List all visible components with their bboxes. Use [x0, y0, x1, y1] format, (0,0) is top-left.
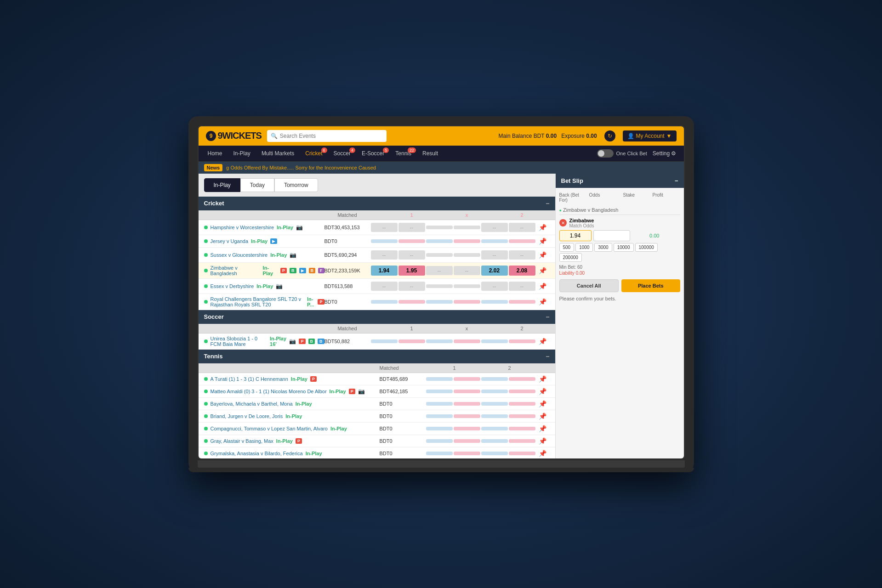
- search-input[interactable]: [267, 130, 387, 142]
- match-link[interactable]: Grymalska, Anastasia v Bilardo, Federica…: [204, 451, 380, 456]
- back2[interactable]: [481, 377, 508, 381]
- layx[interactable]: --: [454, 266, 480, 275]
- quick-stake-3000[interactable]: 3000: [594, 243, 612, 252]
- match-link[interactable]: Bayerlova, Michaela v Barthel, Mona In-P…: [204, 401, 380, 407]
- back1[interactable]: [426, 414, 453, 418]
- back1[interactable]: [426, 377, 453, 381]
- lay2[interactable]: [509, 427, 535, 430]
- back1[interactable]: --: [371, 282, 398, 291]
- back2[interactable]: [481, 414, 508, 418]
- lay2[interactable]: 2.08: [509, 266, 535, 276]
- lay1[interactable]: [454, 452, 480, 455]
- pin-icon[interactable]: 📌: [536, 450, 550, 457]
- nav-home[interactable]: Home: [202, 146, 228, 161]
- bet-odds-input[interactable]: [559, 230, 592, 241]
- nav-soccer[interactable]: Soccer 4: [328, 146, 356, 161]
- lay1[interactable]: --: [398, 250, 425, 260]
- match-link[interactable]: A Turati (1) 1 - 3 (1) C Hennemann In-Pl…: [204, 376, 380, 382]
- minimize-icon[interactable]: −: [675, 177, 678, 184]
- nav-inplay[interactable]: In-Play: [228, 146, 256, 161]
- lay1[interactable]: [454, 377, 480, 381]
- match-link[interactable]: Jersey v Uganda In-Play ▶: [204, 238, 324, 244]
- quick-stake-100000[interactable]: 100000: [635, 243, 658, 252]
- layx[interactable]: [454, 239, 480, 243]
- quick-stake-10000[interactable]: 10000: [614, 243, 634, 252]
- lay2[interactable]: --: [509, 223, 535, 232]
- tab-today[interactable]: Today: [240, 178, 274, 192]
- lay2[interactable]: [509, 239, 535, 243]
- my-account-button[interactable]: 👤 My Account ▼: [623, 130, 677, 141]
- lay2[interactable]: --: [509, 282, 535, 291]
- pin-icon[interactable]: 📌: [536, 375, 550, 383]
- pin-icon[interactable]: 📌: [536, 437, 550, 445]
- one-click-toggle[interactable]: One Click Bet: [597, 149, 647, 158]
- lay1[interactable]: --: [398, 282, 425, 291]
- lay1[interactable]: [398, 339, 425, 343]
- lay2[interactable]: [509, 339, 535, 343]
- settings-button[interactable]: Setting ⚙: [653, 150, 677, 157]
- back2[interactable]: --: [481, 250, 508, 260]
- pin-icon[interactable]: 📌: [536, 400, 550, 407]
- search-box[interactable]: 🔍: [267, 130, 387, 142]
- lay2[interactable]: [509, 452, 535, 455]
- pin-icon[interactable]: 📌: [536, 251, 550, 259]
- pin-icon[interactable]: 📌: [536, 224, 550, 231]
- match-link[interactable]: Gray, Alastair v Basing, Max In-Play P: [204, 438, 380, 444]
- match-link[interactable]: Sussex v Gloucestershire In-Play 📷: [204, 252, 324, 258]
- match-link[interactable]: Unirea Slobozia 1 - 0 FCM Baia Mare In-P…: [204, 336, 324, 347]
- match-link[interactable]: Essex v Derbyshire In-Play 📷: [204, 283, 324, 289]
- lay2[interactable]: --: [509, 250, 535, 260]
- layx[interactable]: [454, 300, 480, 304]
- back1[interactable]: [426, 390, 453, 393]
- pin-icon[interactable]: 📌: [536, 388, 550, 395]
- lay1[interactable]: [454, 439, 480, 443]
- match-link[interactable]: Briand, Jurgen v De Loore, Joris In-Play: [204, 413, 380, 419]
- back2[interactable]: [481, 300, 508, 304]
- back1[interactable]: 1.94: [371, 266, 398, 276]
- backx[interactable]: [426, 339, 453, 343]
- match-link[interactable]: Hampshire v Worcestershire In-Play 📷: [204, 224, 324, 231]
- lay2[interactable]: [509, 377, 535, 381]
- lay1[interactable]: [398, 239, 425, 243]
- bet-stake-input[interactable]: [593, 230, 630, 241]
- match-link[interactable]: Compagnucci, Tommaso v Lopez San Martin,…: [204, 426, 380, 431]
- lay1[interactable]: 1.95: [398, 266, 425, 276]
- nav-cricket[interactable]: Cricket 6: [300, 146, 328, 161]
- pin-icon[interactable]: 📌: [536, 425, 550, 432]
- back1[interactable]: --: [371, 250, 398, 260]
- lay2[interactable]: [509, 402, 535, 406]
- back1[interactable]: [426, 452, 453, 455]
- tab-inplay[interactable]: In-Play: [204, 178, 240, 192]
- lay2[interactable]: [509, 414, 535, 418]
- tab-tomorrow[interactable]: Tomorrow: [274, 178, 318, 192]
- cancel-all-button[interactable]: Cancel All: [559, 279, 619, 292]
- back1[interactable]: [426, 439, 453, 443]
- match-link[interactable]: Royal Challengers Bangalore SRL T20 v Ra…: [204, 296, 324, 307]
- refresh-button[interactable]: ↻: [604, 130, 615, 141]
- close-bet-button[interactable]: ✕: [559, 219, 567, 226]
- soccer-minimize[interactable]: −: [546, 313, 549, 321]
- lay2[interactable]: [509, 300, 535, 304]
- cricket-minimize[interactable]: −: [546, 200, 549, 207]
- lay1[interactable]: [454, 427, 480, 430]
- pin-icon[interactable]: 📌: [536, 283, 550, 290]
- back1[interactable]: --: [371, 223, 398, 232]
- back2[interactable]: [481, 239, 508, 243]
- back1[interactable]: [371, 339, 398, 343]
- back2[interactable]: 2.02: [481, 266, 508, 276]
- pin-icon[interactable]: 📌: [536, 267, 550, 274]
- nav-result[interactable]: Result: [417, 146, 444, 161]
- pin-icon[interactable]: 📌: [536, 413, 550, 420]
- back2[interactable]: [481, 439, 508, 443]
- lay1[interactable]: --: [398, 223, 425, 232]
- lay1[interactable]: [454, 402, 480, 406]
- back2[interactable]: [481, 390, 508, 393]
- backx[interactable]: [426, 300, 453, 304]
- pin-icon[interactable]: 📌: [536, 298, 550, 305]
- lay1[interactable]: [454, 390, 480, 393]
- lay2[interactable]: [509, 390, 535, 393]
- nav-esoccer[interactable]: E-Soccer 5: [356, 146, 390, 161]
- back1[interactable]: [426, 402, 453, 406]
- lay1[interactable]: [398, 300, 425, 304]
- layx[interactable]: [454, 339, 480, 343]
